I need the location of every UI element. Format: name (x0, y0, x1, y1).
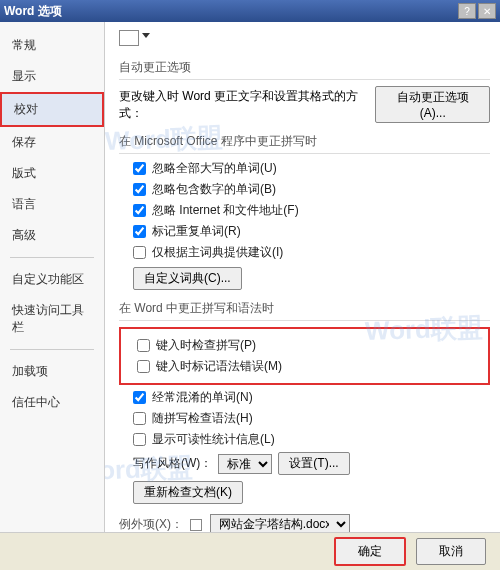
lbl-main-dict-only: 仅根据主词典提供建议(I) (152, 244, 283, 261)
section-exceptions: 例外项(X)： 网站金字塔结构.docx (119, 514, 490, 532)
chk-check-spelling[interactable] (137, 339, 150, 352)
chk-confused-words[interactable] (133, 391, 146, 404)
highlight-box-spellgrammar: 键入时检查拼写(P) 键入时标记语法错误(M) (119, 327, 490, 385)
sidebar-item-advanced[interactable]: 高级 (0, 220, 104, 251)
help-button[interactable]: ? (458, 3, 476, 19)
lbl-mark-grammar: 键入时标记语法错误(M) (156, 358, 282, 375)
chk-ignore-numbers[interactable] (133, 183, 146, 196)
lbl-ignore-numbers: 忽略包含数字的单词(B) (152, 181, 276, 198)
sidebar-item-proofing[interactable]: 校对 (0, 92, 104, 127)
autocorrect-label: 更改键入时 Word 更正文字和设置其格式的方式： (119, 88, 367, 122)
color-picker-icon[interactable] (119, 30, 139, 46)
sidebar-item-save[interactable]: 保存 (0, 127, 104, 158)
window-title: Word 选项 (4, 3, 456, 20)
lbl-flag-repeat: 标记重复单词(R) (152, 223, 241, 240)
chk-grammar-with-spell[interactable] (133, 412, 146, 425)
chk-mark-grammar[interactable] (137, 360, 150, 373)
lbl-exceptions: 例外项(X)： (119, 517, 183, 531)
chk-ignore-uppercase[interactable] (133, 162, 146, 175)
lbl-ignore-uppercase: 忽略全部大写的单词(U) (152, 160, 277, 177)
section-office-title: 在 Microsoft Office 程序中更正拼写时 (119, 133, 490, 154)
autocorrect-options-button[interactable]: 自动更正选项(A)... (375, 86, 490, 123)
content-panel: Word联盟 Word联盟 Word联盟 自动更正选项 更改键入时 Word 更… (105, 22, 500, 532)
select-writing-style[interactable]: 标准 (218, 454, 272, 474)
chk-readability-stats[interactable] (133, 433, 146, 446)
chk-flag-repeat[interactable] (133, 225, 146, 238)
lbl-grammar-with-spell: 随拼写检查语法(H) (152, 410, 253, 427)
main-panel: 常规 显示 校对 保存 版式 语言 高级 自定义功能区 快速访问工具栏 加载项 … (0, 22, 500, 532)
sidebar-item-language[interactable]: 语言 (0, 189, 104, 220)
settings-button[interactable]: 设置(T)... (278, 452, 349, 475)
close-button[interactable]: ✕ (478, 3, 496, 19)
lbl-check-spelling: 键入时检查拼写(P) (156, 337, 256, 354)
sidebar-separator-2 (10, 349, 94, 350)
recheck-doc-button[interactable]: 重新检查文档(K) (133, 481, 243, 504)
sidebar: 常规 显示 校对 保存 版式 语言 高级 自定义功能区 快速访问工具栏 加载项 … (0, 22, 105, 532)
ok-button[interactable]: 确定 (334, 537, 406, 566)
sidebar-item-trust[interactable]: 信任中心 (0, 387, 104, 418)
section-word-title: 在 Word 中更正拼写和语法时 (119, 300, 490, 321)
lbl-ignore-internet: 忽略 Internet 和文件地址(F) (152, 202, 299, 219)
document-icon (190, 519, 202, 531)
sidebar-item-display[interactable]: 显示 (0, 61, 104, 92)
lbl-confused-words: 经常混淆的单词(N) (152, 389, 253, 406)
sidebar-item-ribbon[interactable]: 自定义功能区 (0, 264, 104, 295)
lbl-readability-stats: 显示可读性统计信息(L) (152, 431, 275, 448)
sidebar-item-qat[interactable]: 快速访问工具栏 (0, 295, 104, 343)
sidebar-item-addins[interactable]: 加载项 (0, 356, 104, 387)
cancel-button[interactable]: 取消 (416, 538, 486, 565)
lbl-writing-style: 写作风格(W)： (133, 455, 212, 472)
titlebar: Word 选项 ? ✕ (0, 0, 500, 22)
sidebar-separator (10, 257, 94, 258)
sidebar-item-general[interactable]: 常规 (0, 30, 104, 61)
section-autocorrect-title: 自动更正选项 (119, 59, 490, 80)
custom-dict-button[interactable]: 自定义词典(C)... (133, 267, 242, 290)
sidebar-item-layout[interactable]: 版式 (0, 158, 104, 189)
chk-ignore-internet[interactable] (133, 204, 146, 217)
chk-main-dict-only[interactable] (133, 246, 146, 259)
select-exception-doc[interactable]: 网站金字塔结构.docx (210, 514, 350, 532)
footer: 确定 取消 (0, 532, 500, 570)
